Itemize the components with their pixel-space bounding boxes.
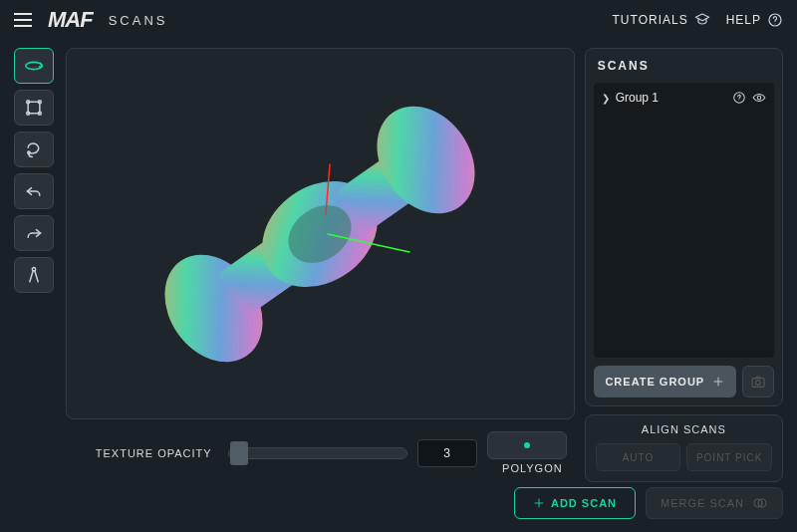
tutorials-button[interactable]: TUTORIALS [613, 12, 710, 28]
rectangle-select-tool-button[interactable] [14, 90, 54, 126]
tutorials-label: TUTORIALS [613, 13, 688, 27]
scans-panel: SCANS ❯ Group 1 CREATE GROUP [585, 48, 783, 406]
chevron-right-icon: ❯ [602, 93, 610, 104]
add-scan-label: ADD SCAN [551, 497, 617, 509]
create-group-button[interactable]: CREATE GROUP [594, 366, 736, 398]
svg-point-19 [739, 100, 740, 101]
left-toolbar [14, 48, 56, 482]
header: MAF SCANS TUTORIALS HELP [0, 0, 797, 40]
svg-rect-21 [752, 379, 764, 388]
help-icon [767, 12, 783, 28]
texture-opacity-value[interactable]: 3 [417, 439, 477, 467]
app-logo: MAF [48, 7, 93, 33]
menu-icon[interactable] [14, 13, 32, 27]
help-label: HELP [726, 13, 761, 27]
lasso-icon [24, 139, 44, 159]
add-scan-button[interactable]: ADD SCAN [514, 487, 636, 519]
scans-list: ❯ Group 1 [594, 83, 774, 358]
svg-rect-3 [28, 102, 40, 114]
section-title: SCANS [109, 13, 168, 28]
merge-scan-button[interactable]: MERGE SCAN [646, 487, 783, 519]
scanned-mesh [91, 75, 549, 394]
compass-icon [24, 265, 44, 285]
texture-opacity-label: TEXTURE OPACITY [96, 447, 212, 459]
align-panel-title: ALIGN SCANS [596, 423, 772, 435]
group-row[interactable]: ❯ Group 1 [602, 91, 766, 105]
view-mode-toggle[interactable] [487, 431, 567, 459]
create-group-label: CREATE GROUP [605, 376, 704, 388]
merge-icon [752, 495, 768, 511]
undo-icon [24, 181, 44, 201]
align-pointpick-button[interactable]: POINT PICK [686, 443, 772, 471]
plus-icon [533, 497, 545, 509]
snapshot-button[interactable] [742, 366, 774, 398]
svg-point-1 [775, 23, 776, 24]
group-name: Group 1 [616, 91, 726, 105]
lasso-select-tool-button[interactable] [14, 132, 54, 167]
help-button[interactable]: HELP [726, 12, 783, 28]
view-mode-label: POLYGON [502, 462, 567, 474]
align-scans-panel: ALIGN SCANS AUTO POINT PICK [585, 414, 783, 482]
indicator-dot-icon [524, 442, 530, 448]
svg-point-20 [757, 96, 761, 100]
slider-thumb[interactable] [230, 441, 248, 465]
visibility-icon[interactable] [752, 91, 766, 105]
undo-tool-button[interactable] [14, 173, 54, 209]
scans-panel-title: SCANS [586, 49, 782, 83]
align-auto-button[interactable]: AUTO [596, 443, 681, 471]
measure-tool-button[interactable] [14, 257, 54, 293]
help-small-icon[interactable] [732, 91, 746, 105]
rectangle-icon [24, 98, 44, 118]
graduation-icon [694, 12, 710, 28]
texture-opacity-slider[interactable] [228, 439, 407, 467]
redo-tool-button[interactable] [14, 215, 54, 251]
footer: ADD SCAN MERGE SCAN [0, 482, 797, 532]
orbit-icon [23, 55, 45, 77]
plus-icon [712, 376, 724, 388]
camera-icon [750, 374, 766, 390]
svg-point-22 [756, 381, 761, 386]
merge-scan-label: MERGE SCAN [661, 497, 744, 509]
redo-icon [24, 223, 44, 243]
3d-viewport[interactable] [66, 48, 575, 419]
orbit-tool-button[interactable] [14, 48, 54, 84]
viewport-controls: TEXTURE OPACITY 3 POLYGON [66, 427, 575, 482]
